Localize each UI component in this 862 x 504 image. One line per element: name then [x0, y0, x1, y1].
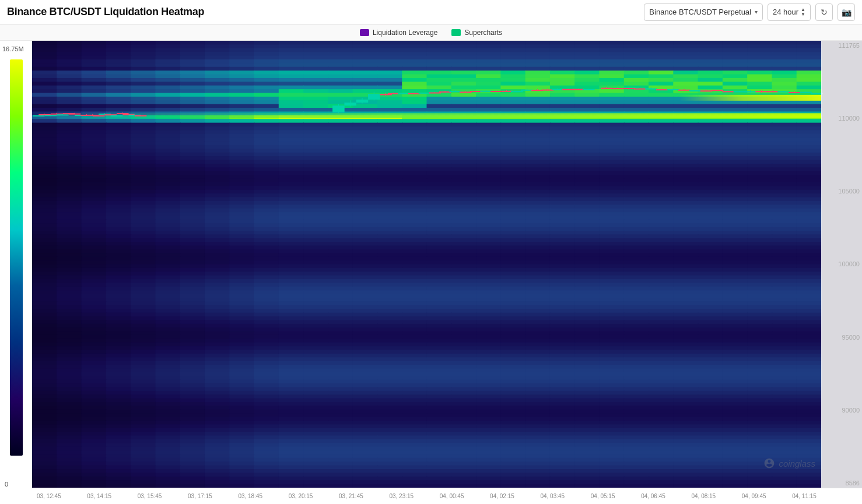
refresh-button[interactable]: ↻ [815, 3, 833, 21]
time-labels: 03, 12:45 03, 14:15 03, 15:45 03, 17:15 … [32, 493, 821, 499]
symbol-selector[interactable]: Binance BTC/USDT Perpetual ▾ [644, 3, 763, 21]
time-label-4: 03, 18:45 [238, 493, 262, 499]
timeframe-selector[interactable]: 24 hour ▲▼ [768, 3, 811, 21]
legend-item-supercharts: Supercharts [451, 29, 502, 37]
chevron-down-icon: ▾ [755, 9, 758, 15]
legend-label-liquidation: Liquidation Leverage [373, 29, 437, 37]
color-gradient [10, 59, 23, 456]
symbol-selector-label: Binance BTC/USDT Perpetual [649, 8, 751, 16]
camera-icon: 📷 [842, 8, 852, 17]
spinner-arrows-icon: ▲▼ [801, 8, 805, 17]
legend-bar: Liquidation Leverage Supercharts [0, 24, 862, 41]
time-label-7: 03, 23:15 [389, 493, 414, 499]
timeframe-label: 24 hour [773, 8, 798, 16]
time-label-3: 03, 17:15 [188, 493, 212, 499]
legend-swatch-liquidation [360, 29, 369, 36]
time-label-11: 04, 05:15 [591, 493, 615, 499]
scale-max-label: 16.75M [2, 45, 24, 52]
color-scale-bar: 16.75M 0 [0, 41, 32, 504]
legend-label-supercharts: Supercharts [464, 29, 502, 37]
time-label-8: 04, 00:45 [440, 493, 464, 499]
chart-area: 16.75M 0 111765 110000 105000 100000 950… [0, 41, 862, 504]
chart-main: 111765 110000 105000 100000 95000 90000 … [32, 41, 862, 504]
header: Binance BTC/USDT Liquidation Heatmap Bin… [0, 0, 862, 24]
time-axis: 03, 12:45 03, 14:15 03, 15:45 03, 17:15 … [32, 488, 862, 504]
legend-item-liquidation: Liquidation Leverage [360, 29, 437, 37]
screenshot-button[interactable]: 📷 [838, 3, 855, 21]
time-label-1: 03, 14:15 [87, 493, 111, 499]
time-label-5: 03, 20:15 [289, 493, 313, 499]
time-label-13: 04, 08:15 [691, 493, 716, 499]
time-label-9: 04, 02:15 [490, 493, 514, 499]
page-title: Binance BTC/USDT Liquidation Heatmap [7, 6, 204, 18]
legend-swatch-supercharts [451, 29, 461, 36]
header-controls: Binance BTC/USDT Perpetual ▾ 24 hour ▲▼ … [644, 3, 855, 21]
heatmap-canvas [32, 41, 862, 488]
heatmap-container[interactable]: 111765 110000 105000 100000 95000 90000 … [32, 41, 862, 488]
time-label-6: 03, 21:45 [339, 493, 363, 499]
time-label-0: 03, 12:45 [37, 493, 61, 499]
time-label-2: 03, 15:45 [138, 493, 162, 499]
scale-min-label: 0 [5, 481, 8, 488]
time-label-14: 04, 09:45 [742, 493, 766, 499]
refresh-icon: ↻ [821, 8, 828, 17]
time-label-10: 04, 03:45 [540, 493, 565, 499]
time-label-12: 04, 06:45 [641, 493, 665, 499]
time-label-15: 04, 11:15 [792, 493, 817, 499]
